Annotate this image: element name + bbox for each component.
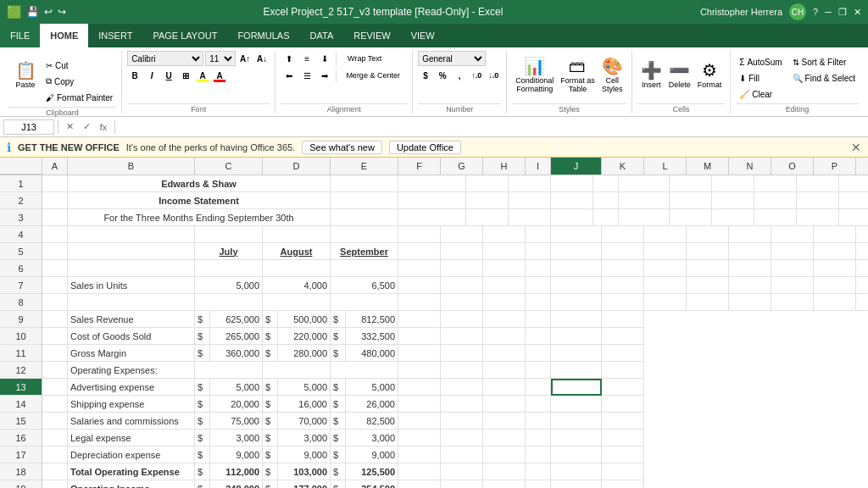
cell-A16[interactable]: [42, 430, 68, 446]
format-as-table-button[interactable]: 🗃 Format asTable: [557, 51, 598, 100]
cell-E13-dollar[interactable]: $: [331, 379, 346, 396]
col-header-P[interactable]: P: [814, 158, 856, 175]
cell-D5[interactable]: August: [263, 243, 331, 260]
cell-C16-dollar[interactable]: $: [195, 430, 210, 446]
cell-J10[interactable]: [551, 328, 602, 345]
cell-L4[interactable]: [644, 226, 687, 243]
cell-reference-box[interactable]: J13: [3, 119, 54, 135]
cell-J14[interactable]: [551, 396, 602, 413]
cell-G17[interactable]: [441, 446, 483, 463]
cell-D14-dollar[interactable]: $: [263, 396, 278, 413]
cell-H15[interactable]: [483, 413, 526, 430]
cell-C14[interactable]: 20,000: [210, 396, 263, 413]
cell-E11[interactable]: 480,000: [346, 345, 398, 362]
merge-center-button[interactable]: Merge & Center: [339, 68, 407, 83]
cell-H19[interactable]: [483, 480, 526, 488]
cell-P5[interactable]: [814, 243, 856, 260]
cell-E5[interactable]: September: [331, 243, 398, 260]
cell-C10[interactable]: 265,000: [210, 328, 263, 345]
cell-styles-button[interactable]: 🎨 CellStyles: [598, 51, 626, 100]
cell-Q6[interactable]: [856, 260, 868, 277]
cell-P4[interactable]: [814, 226, 856, 243]
cell-I5[interactable]: [526, 243, 551, 260]
cell-F13[interactable]: [398, 379, 441, 396]
cell-I1[interactable]: [593, 175, 619, 192]
cell-K6[interactable]: [602, 260, 644, 277]
cell-H1[interactable]: [551, 175, 593, 192]
cell-G14[interactable]: [441, 396, 483, 413]
cell-G8[interactable]: [441, 294, 483, 311]
formula-input[interactable]: [119, 119, 865, 135]
cell-E4[interactable]: [331, 226, 398, 243]
cell-B7[interactable]: Sales in Units: [68, 277, 195, 294]
cell-D18-dollar[interactable]: $: [263, 463, 278, 480]
italic-button[interactable]: I: [144, 68, 159, 83]
cell-D18[interactable]: 103,000: [278, 463, 331, 480]
cell-L3[interactable]: [712, 209, 754, 226]
fill-color-button[interactable]: A: [195, 68, 210, 83]
cell-G10[interactable]: [441, 328, 483, 345]
cell-F3[interactable]: [466, 209, 509, 226]
cell-I14[interactable]: [526, 396, 551, 413]
font-family-select[interactable]: Calibri: [127, 51, 203, 66]
find-select-button[interactable]: 🔍 Find & Select: [789, 70, 859, 86]
paste-button[interactable]: 📋 Paste: [8, 51, 42, 100]
cell-I11[interactable]: [526, 345, 551, 362]
cell-J3[interactable]: [619, 209, 670, 226]
underline-button[interactable]: U: [161, 68, 176, 83]
cell-C18[interactable]: 112,000: [210, 463, 263, 480]
row-num-9[interactable]: 9: [0, 311, 42, 328]
cell-K1[interactable]: [670, 175, 712, 192]
col-header-I[interactable]: I: [526, 158, 551, 175]
cell-G5[interactable]: [441, 243, 483, 260]
maximize-btn[interactable]: ❐: [838, 7, 847, 18]
cell-I9[interactable]: [526, 311, 551, 328]
cell-C17-dollar[interactable]: $: [195, 446, 210, 463]
cell-G16[interactable]: [441, 430, 483, 446]
row-num-10[interactable]: 10: [0, 328, 42, 345]
cell-E17-dollar[interactable]: $: [331, 446, 346, 463]
cell-F14[interactable]: [398, 396, 441, 413]
cell-B5[interactable]: [68, 243, 195, 260]
cell-E2[interactable]: [398, 192, 466, 209]
cell-F15[interactable]: [398, 413, 441, 430]
cell-A6[interactable]: [42, 260, 68, 277]
cell-L5[interactable]: [644, 243, 687, 260]
cell-D14[interactable]: 16,000: [278, 396, 331, 413]
align-middle-button[interactable]: ≡: [298, 51, 315, 66]
cell-O8[interactable]: [771, 294, 814, 311]
see-whats-new-button[interactable]: See what's new: [302, 141, 382, 154]
cell-A9[interactable]: [42, 311, 68, 328]
cell-H17[interactable]: [483, 446, 526, 463]
col-header-C[interactable]: C: [195, 158, 263, 175]
cell-E7[interactable]: 6,500: [331, 277, 398, 294]
row-num-15[interactable]: 15: [0, 413, 42, 430]
cell-K12[interactable]: [602, 362, 644, 379]
cell-E18-dollar[interactable]: $: [331, 463, 346, 480]
cell-E15[interactable]: 82,500: [346, 413, 398, 430]
cell-L2[interactable]: [712, 192, 754, 209]
cell-M5[interactable]: [687, 243, 729, 260]
cell-A7[interactable]: [42, 277, 68, 294]
cell-A19[interactable]: [42, 480, 68, 488]
cell-J19[interactable]: [551, 480, 602, 488]
cell-Q4[interactable]: [856, 226, 868, 243]
cell-C19-dollar[interactable]: $: [195, 480, 210, 488]
cell-I13[interactable]: [526, 379, 551, 396]
tab-review[interactable]: REVIEW: [343, 24, 400, 47]
cell-E14[interactable]: 26,000: [346, 396, 398, 413]
cell-K5[interactable]: [602, 243, 644, 260]
cell-B3[interactable]: For the Three Months Ending September 30…: [68, 209, 331, 226]
cell-F1[interactable]: [466, 175, 509, 192]
cell-Q5[interactable]: [856, 243, 868, 260]
cell-J15[interactable]: [551, 413, 602, 430]
cell-B1[interactable]: Edwards & Shaw: [68, 175, 331, 192]
cell-E18[interactable]: 125,500: [346, 463, 398, 480]
number-format-select[interactable]: General: [418, 51, 486, 66]
cell-B4[interactable]: [68, 226, 195, 243]
cell-M2[interactable]: [754, 192, 797, 209]
cell-K16[interactable]: [602, 430, 644, 446]
row-num-6[interactable]: 6: [0, 260, 42, 277]
notification-close-button[interactable]: ✕: [851, 141, 861, 154]
cell-B18[interactable]: Total Operating Expense: [68, 463, 195, 480]
